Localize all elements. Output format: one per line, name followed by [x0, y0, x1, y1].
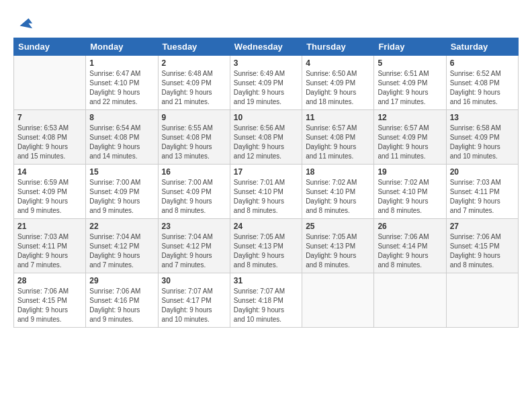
logo-icon: [15, 12, 34, 31]
calendar-cell: 9Sunrise: 6:55 AM Sunset: 4:08 PM Daylig…: [158, 110, 230, 165]
day-info: Sunrise: 6:53 AM Sunset: 4:08 PM Dayligh…: [17, 124, 82, 161]
page: SundayMondayTuesdayWednesdayThursdayFrid…: [0, 0, 532, 411]
day-info: Sunrise: 6:49 AM Sunset: 4:09 PM Dayligh…: [234, 69, 298, 107]
day-info: Sunrise: 7:07 AM Sunset: 4:17 PM Dayligh…: [162, 287, 226, 324]
day-info: Sunrise: 6:59 AM Sunset: 4:09 PM Dayligh…: [17, 178, 82, 216]
header-tuesday: Tuesday: [158, 38, 230, 56]
day-number: 10: [234, 113, 298, 122]
day-info: Sunrise: 6:54 AM Sunset: 4:08 PM Dayligh…: [89, 124, 154, 161]
calendar-cell: 6Sunrise: 6:52 AM Sunset: 4:08 PM Daylig…: [446, 56, 518, 110]
day-number: 4: [306, 58, 370, 68]
day-info: Sunrise: 7:02 AM Sunset: 4:10 PM Dayligh…: [306, 178, 370, 216]
logo: [13, 12, 34, 31]
day-info: Sunrise: 7:06 AM Sunset: 4:16 PM Dayligh…: [89, 287, 154, 324]
day-info: Sunrise: 7:00 AM Sunset: 4:09 PM Dayligh…: [162, 178, 226, 216]
calendar-cell: 7Sunrise: 6:53 AM Sunset: 4:08 PM Daylig…: [14, 110, 86, 165]
day-info: Sunrise: 7:06 AM Sunset: 4:15 PM Dayligh…: [450, 232, 515, 270]
day-number: 31: [234, 276, 298, 285]
calendar-cell: 27Sunrise: 7:06 AM Sunset: 4:15 PM Dayli…: [446, 219, 518, 273]
calendar-cell: 10Sunrise: 6:56 AM Sunset: 4:08 PM Dayli…: [230, 110, 302, 165]
day-number: 3: [234, 58, 298, 68]
calendar-cell: 14Sunrise: 6:59 AM Sunset: 4:09 PM Dayli…: [14, 165, 86, 219]
calendar-header-row: SundayMondayTuesdayWednesdayThursdayFrid…: [14, 38, 519, 56]
calendar-cell: 21Sunrise: 7:03 AM Sunset: 4:11 PM Dayli…: [14, 219, 86, 273]
header: [13, 12, 519, 31]
calendar-cell: 8Sunrise: 6:54 AM Sunset: 4:08 PM Daylig…: [86, 110, 158, 165]
calendar-cell: 1Sunrise: 6:47 AM Sunset: 4:10 PM Daylig…: [86, 56, 158, 110]
header-thursday: Thursday: [302, 38, 374, 56]
day-number: 21: [17, 222, 82, 231]
day-number: 5: [378, 58, 442, 68]
day-number: 28: [17, 276, 82, 285]
day-number: 16: [162, 167, 226, 177]
header-friday: Friday: [374, 38, 446, 56]
day-info: Sunrise: 6:51 AM Sunset: 4:09 PM Dayligh…: [378, 69, 442, 107]
calendar-cell: 24Sunrise: 7:05 AM Sunset: 4:13 PM Dayli…: [230, 219, 302, 273]
day-info: Sunrise: 7:06 AM Sunset: 4:15 PM Dayligh…: [17, 287, 82, 324]
day-info: Sunrise: 7:02 AM Sunset: 4:10 PM Dayligh…: [378, 178, 442, 216]
calendar-cell: 31Sunrise: 7:07 AM Sunset: 4:18 PM Dayli…: [230, 273, 302, 328]
day-number: 9: [162, 113, 226, 122]
day-info: Sunrise: 6:47 AM Sunset: 4:10 PM Dayligh…: [89, 69, 154, 107]
calendar-cell: 15Sunrise: 7:00 AM Sunset: 4:09 PM Dayli…: [86, 165, 158, 219]
calendar-cell: [374, 273, 446, 328]
day-number: 25: [306, 222, 370, 231]
header-monday: Monday: [86, 38, 158, 56]
calendar-week-row: 21Sunrise: 7:03 AM Sunset: 4:11 PM Dayli…: [14, 219, 519, 273]
calendar-week-row: 14Sunrise: 6:59 AM Sunset: 4:09 PM Dayli…: [14, 165, 519, 219]
day-number: 1: [89, 58, 154, 68]
day-info: Sunrise: 6:55 AM Sunset: 4:08 PM Dayligh…: [162, 124, 226, 161]
day-number: 24: [234, 222, 298, 231]
day-info: Sunrise: 7:00 AM Sunset: 4:09 PM Dayligh…: [89, 178, 154, 216]
day-info: Sunrise: 7:06 AM Sunset: 4:14 PM Dayligh…: [378, 232, 442, 270]
calendar-cell: 17Sunrise: 7:01 AM Sunset: 4:10 PM Dayli…: [230, 165, 302, 219]
day-number: 19: [378, 167, 442, 177]
calendar-week-row: 1Sunrise: 6:47 AM Sunset: 4:10 PM Daylig…: [14, 56, 519, 110]
day-info: Sunrise: 7:04 AM Sunset: 4:12 PM Dayligh…: [89, 232, 154, 270]
calendar-cell: 28Sunrise: 7:06 AM Sunset: 4:15 PM Dayli…: [14, 273, 86, 328]
day-info: Sunrise: 6:50 AM Sunset: 4:09 PM Dayligh…: [306, 69, 370, 107]
calendar-cell: 22Sunrise: 7:04 AM Sunset: 4:12 PM Dayli…: [86, 219, 158, 273]
day-number: 29: [89, 276, 154, 285]
day-info: Sunrise: 7:05 AM Sunset: 4:13 PM Dayligh…: [234, 232, 298, 270]
calendar-cell: 3Sunrise: 6:49 AM Sunset: 4:09 PM Daylig…: [230, 56, 302, 110]
calendar-cell: 30Sunrise: 7:07 AM Sunset: 4:17 PM Dayli…: [158, 273, 230, 328]
calendar-cell: 29Sunrise: 7:06 AM Sunset: 4:16 PM Dayli…: [86, 273, 158, 328]
day-info: Sunrise: 7:03 AM Sunset: 4:11 PM Dayligh…: [450, 178, 515, 216]
calendar-cell: [302, 273, 374, 328]
header-wednesday: Wednesday: [230, 38, 302, 56]
day-number: 30: [162, 276, 226, 285]
day-number: 15: [89, 167, 154, 177]
calendar-cell: [446, 273, 518, 328]
day-info: Sunrise: 6:58 AM Sunset: 4:09 PM Dayligh…: [450, 124, 515, 161]
day-info: Sunrise: 6:52 AM Sunset: 4:08 PM Dayligh…: [450, 69, 515, 107]
day-number: 18: [306, 167, 370, 177]
day-number: 17: [234, 167, 298, 177]
day-info: Sunrise: 7:07 AM Sunset: 4:18 PM Dayligh…: [234, 287, 298, 324]
day-number: 2: [162, 58, 226, 68]
day-number: 14: [17, 167, 82, 177]
day-info: Sunrise: 7:01 AM Sunset: 4:10 PM Dayligh…: [234, 178, 298, 216]
day-number: 20: [450, 167, 515, 177]
header-saturday: Saturday: [446, 38, 518, 56]
calendar-cell: 4Sunrise: 6:50 AM Sunset: 4:09 PM Daylig…: [302, 56, 374, 110]
day-info: Sunrise: 6:48 AM Sunset: 4:09 PM Dayligh…: [162, 69, 226, 107]
calendar-cell: 23Sunrise: 7:04 AM Sunset: 4:12 PM Dayli…: [158, 219, 230, 273]
day-number: 26: [378, 222, 442, 231]
day-info: Sunrise: 7:04 AM Sunset: 4:12 PM Dayligh…: [162, 232, 226, 270]
calendar-cell: 26Sunrise: 7:06 AM Sunset: 4:14 PM Dayli…: [374, 219, 446, 273]
day-number: 13: [450, 113, 515, 122]
day-number: 23: [162, 222, 226, 231]
day-info: Sunrise: 6:57 AM Sunset: 4:09 PM Dayligh…: [378, 124, 442, 161]
calendar-cell: 5Sunrise: 6:51 AM Sunset: 4:09 PM Daylig…: [374, 56, 446, 110]
calendar-week-row: 28Sunrise: 7:06 AM Sunset: 4:15 PM Dayli…: [14, 273, 519, 328]
day-info: Sunrise: 6:56 AM Sunset: 4:08 PM Dayligh…: [234, 124, 298, 161]
calendar-table: SundayMondayTuesdayWednesdayThursdayFrid…: [13, 38, 519, 328]
day-info: Sunrise: 7:05 AM Sunset: 4:13 PM Dayligh…: [306, 232, 370, 270]
calendar-week-row: 7Sunrise: 6:53 AM Sunset: 4:08 PM Daylig…: [14, 110, 519, 165]
calendar-cell: 25Sunrise: 7:05 AM Sunset: 4:13 PM Dayli…: [302, 219, 374, 273]
calendar-cell: 2Sunrise: 6:48 AM Sunset: 4:09 PM Daylig…: [158, 56, 230, 110]
day-number: 12: [378, 113, 442, 122]
svg-marker-0: [19, 18, 32, 28]
day-number: 27: [450, 222, 515, 231]
